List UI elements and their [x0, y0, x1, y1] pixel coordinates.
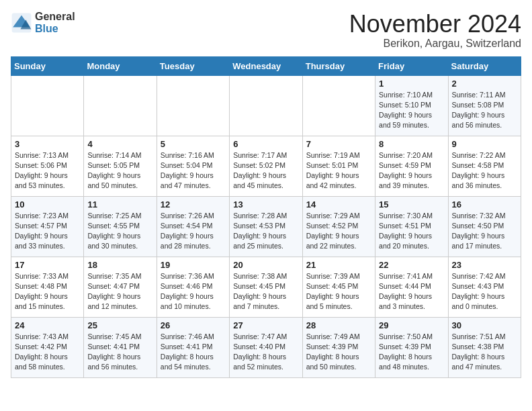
day-number: 6 [233, 139, 298, 149]
calendar-cell: 2Sunrise: 7:11 AMSunset: 5:08 PMDaylight… [448, 75, 521, 136]
week-row-1: 1Sunrise: 7:10 AMSunset: 5:10 PMDaylight… [11, 75, 521, 136]
logo-icon [11, 12, 32, 34]
calendar-cell: 23Sunrise: 7:42 AMSunset: 4:43 PMDayligh… [448, 257, 521, 317]
day-info: Sunrise: 7:38 AMSunset: 4:45 PMDaylight:… [233, 271, 298, 312]
column-header-tuesday: Tuesday [157, 56, 229, 75]
day-info: Sunrise: 7:19 AMSunset: 5:01 PMDaylight:… [306, 150, 371, 191]
day-info: Sunrise: 7:50 AMSunset: 4:39 PMDaylight:… [379, 332, 444, 373]
calendar-cell: 9Sunrise: 7:22 AMSunset: 4:58 PMDaylight… [448, 136, 521, 196]
calendar-cell: 12Sunrise: 7:26 AMSunset: 4:54 PMDayligh… [157, 196, 229, 257]
day-number: 12 [161, 199, 226, 210]
calendar-cell: 24Sunrise: 7:43 AMSunset: 4:42 PMDayligh… [11, 317, 84, 377]
day-info: Sunrise: 7:51 AMSunset: 4:38 PMDaylight:… [452, 332, 517, 373]
calendar-header: SundayMondayTuesdayWednesdayThursdayFrid… [11, 56, 521, 75]
column-header-sunday: Sunday [11, 56, 84, 75]
day-info: Sunrise: 7:17 AMSunset: 5:02 PMDaylight:… [233, 150, 298, 191]
calendar-cell: 20Sunrise: 7:38 AMSunset: 4:45 PMDayligh… [230, 257, 302, 317]
day-info: Sunrise: 7:22 AMSunset: 4:58 PMDaylight:… [452, 150, 517, 191]
page-header: General Blue November 2024 Berikon, Aarg… [11, 11, 521, 50]
day-info: Sunrise: 7:23 AMSunset: 4:57 PMDaylight:… [15, 211, 80, 252]
calendar-cell: 7Sunrise: 7:19 AMSunset: 5:01 PMDaylight… [302, 136, 375, 196]
calendar-body: 1Sunrise: 7:10 AMSunset: 5:10 PMDaylight… [11, 75, 521, 377]
calendar-cell: 29Sunrise: 7:50 AMSunset: 4:39 PMDayligh… [375, 317, 448, 377]
calendar-cell: 14Sunrise: 7:29 AMSunset: 4:52 PMDayligh… [302, 196, 375, 257]
day-info: Sunrise: 7:11 AMSunset: 5:08 PMDaylight:… [452, 90, 517, 131]
calendar-cell: 11Sunrise: 7:25 AMSunset: 4:55 PMDayligh… [84, 196, 157, 257]
calendar-cell [157, 75, 229, 136]
day-info: Sunrise: 7:25 AMSunset: 4:55 PMDaylight:… [87, 211, 152, 252]
day-info: Sunrise: 7:49 AMSunset: 4:39 PMDaylight:… [306, 332, 371, 373]
day-info: Sunrise: 7:13 AMSunset: 5:06 PMDaylight:… [15, 150, 80, 191]
day-info: Sunrise: 7:28 AMSunset: 4:53 PMDaylight:… [233, 211, 298, 252]
day-number: 11 [87, 199, 152, 210]
day-number: 26 [161, 320, 226, 330]
logo-text: General Blue [35, 11, 75, 34]
calendar-cell: 28Sunrise: 7:49 AMSunset: 4:39 PMDayligh… [302, 317, 375, 377]
day-info: Sunrise: 7:26 AMSunset: 4:54 PMDaylight:… [161, 211, 226, 252]
month-title: November 2024 [349, 11, 521, 38]
day-number: 14 [306, 199, 371, 210]
column-header-thursday: Thursday [302, 56, 375, 75]
calendar-cell: 6Sunrise: 7:17 AMSunset: 5:02 PMDaylight… [230, 136, 302, 196]
day-info: Sunrise: 7:10 AMSunset: 5:10 PMDaylight:… [379, 90, 444, 131]
day-number: 23 [452, 260, 517, 270]
day-info: Sunrise: 7:35 AMSunset: 4:47 PMDaylight:… [87, 271, 152, 312]
calendar-cell: 21Sunrise: 7:39 AMSunset: 4:45 PMDayligh… [302, 257, 375, 317]
day-number: 3 [15, 139, 80, 149]
day-info: Sunrise: 7:47 AMSunset: 4:40 PMDaylight:… [233, 332, 298, 373]
day-info: Sunrise: 7:29 AMSunset: 4:52 PMDaylight:… [306, 211, 371, 252]
day-info: Sunrise: 7:20 AMSunset: 4:59 PMDaylight:… [379, 150, 444, 191]
day-number: 30 [452, 320, 517, 330]
day-info: Sunrise: 7:16 AMSunset: 5:04 PMDaylight:… [161, 150, 226, 191]
column-header-saturday: Saturday [448, 56, 521, 75]
calendar-cell: 10Sunrise: 7:23 AMSunset: 4:57 PMDayligh… [11, 196, 84, 257]
calendar-cell: 19Sunrise: 7:36 AMSunset: 4:46 PMDayligh… [157, 257, 229, 317]
day-info: Sunrise: 7:41 AMSunset: 4:44 PMDaylight:… [379, 271, 444, 312]
column-header-friday: Friday [375, 56, 448, 75]
calendar-cell: 15Sunrise: 7:30 AMSunset: 4:51 PMDayligh… [375, 196, 448, 257]
day-number: 16 [452, 199, 517, 210]
calendar-cell: 8Sunrise: 7:20 AMSunset: 4:59 PMDaylight… [375, 136, 448, 196]
calendar-cell: 18Sunrise: 7:35 AMSunset: 4:47 PMDayligh… [84, 257, 157, 317]
day-number: 1 [379, 79, 444, 89]
calendar-cell: 4Sunrise: 7:14 AMSunset: 5:05 PMDaylight… [84, 136, 157, 196]
calendar-cell: 26Sunrise: 7:46 AMSunset: 4:41 PMDayligh… [157, 317, 229, 377]
calendar-cell [84, 75, 157, 136]
logo: General Blue [11, 11, 75, 34]
day-info: Sunrise: 7:36 AMSunset: 4:46 PMDaylight:… [161, 271, 226, 312]
calendar-cell [230, 75, 302, 136]
day-number: 28 [306, 320, 371, 330]
day-number: 5 [161, 139, 226, 149]
day-number: 9 [452, 139, 517, 149]
day-number: 19 [161, 260, 226, 270]
day-number: 24 [15, 320, 80, 330]
calendar-cell [302, 75, 375, 136]
calendar-cell: 16Sunrise: 7:32 AMSunset: 4:50 PMDayligh… [448, 196, 521, 257]
day-number: 2 [452, 79, 517, 89]
calendar-table: SundayMondayTuesdayWednesdayThursdayFrid… [11, 56, 521, 378]
location-text: Berikon, Aargau, Switzerland [349, 38, 521, 50]
day-number: 20 [233, 260, 298, 270]
calendar-cell: 22Sunrise: 7:41 AMSunset: 4:44 PMDayligh… [375, 257, 448, 317]
day-number: 21 [306, 260, 371, 270]
day-number: 18 [87, 260, 152, 270]
day-info: Sunrise: 7:30 AMSunset: 4:51 PMDaylight:… [379, 211, 444, 252]
day-number: 27 [233, 320, 298, 330]
column-header-monday: Monday [84, 56, 157, 75]
day-info: Sunrise: 7:43 AMSunset: 4:42 PMDaylight:… [15, 332, 80, 373]
calendar-cell: 30Sunrise: 7:51 AMSunset: 4:38 PMDayligh… [448, 317, 521, 377]
week-row-4: 17Sunrise: 7:33 AMSunset: 4:48 PMDayligh… [11, 257, 521, 317]
day-number: 25 [87, 320, 152, 330]
day-info: Sunrise: 7:42 AMSunset: 4:43 PMDaylight:… [452, 271, 517, 312]
calendar-cell: 13Sunrise: 7:28 AMSunset: 4:53 PMDayligh… [230, 196, 302, 257]
calendar-cell: 3Sunrise: 7:13 AMSunset: 5:06 PMDaylight… [11, 136, 84, 196]
day-info: Sunrise: 7:33 AMSunset: 4:48 PMDaylight:… [15, 271, 80, 312]
day-number: 22 [379, 260, 444, 270]
day-number: 10 [15, 199, 80, 210]
day-info: Sunrise: 7:14 AMSunset: 5:05 PMDaylight:… [87, 150, 152, 191]
day-info: Sunrise: 7:45 AMSunset: 4:41 PMDaylight:… [87, 332, 152, 373]
day-number: 7 [306, 139, 371, 149]
calendar-cell: 1Sunrise: 7:10 AMSunset: 5:10 PMDaylight… [375, 75, 448, 136]
day-number: 29 [379, 320, 444, 330]
day-info: Sunrise: 7:39 AMSunset: 4:45 PMDaylight:… [306, 271, 371, 312]
